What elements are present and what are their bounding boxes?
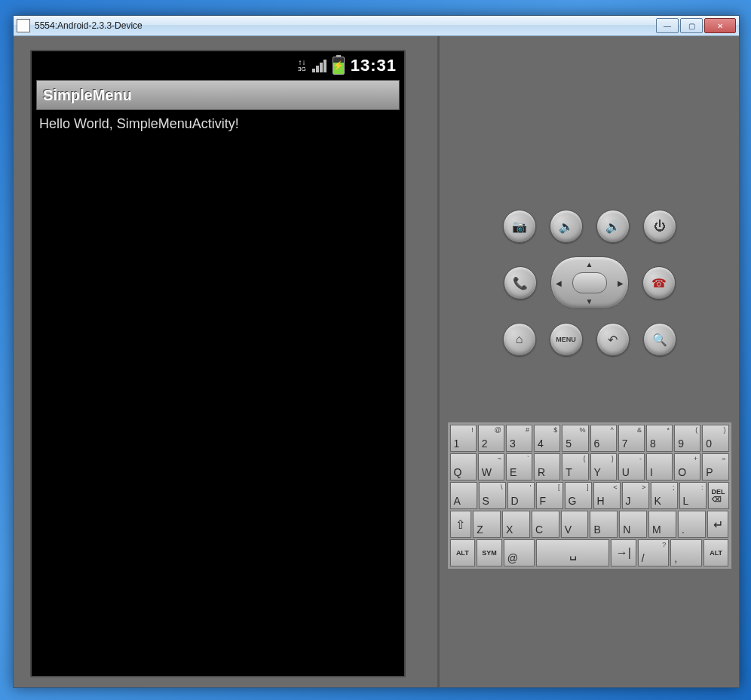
key-d[interactable]: D': [507, 482, 535, 509]
key-6[interactable]: 6^: [590, 425, 617, 452]
key-4[interactable]: 4$: [534, 425, 560, 452]
status-bar: ↑↓ 3G ⚡ 13:31: [32, 51, 404, 80]
key-sym[interactable]: SYM: [477, 539, 502, 566]
key-z[interactable]: Z: [473, 511, 501, 538]
call-icon: 📞: [513, 276, 528, 290]
app-title-bar: SimpleMenu: [36, 80, 400, 110]
key-p[interactable]: P=: [702, 453, 728, 480]
key-b[interactable]: B: [590, 511, 618, 538]
maximize-button[interactable]: ▢: [680, 18, 703, 33]
hello-text: Hello World, SimpleMenuActivity!: [39, 116, 239, 131]
key-q[interactable]: Q: [450, 453, 477, 480]
dpad-down-icon[interactable]: ▼: [586, 297, 593, 305]
key-7[interactable]: 7&: [618, 425, 645, 452]
key-9[interactable]: 9(: [674, 425, 700, 452]
dpad-up-icon[interactable]: ▲: [586, 260, 593, 269]
volume-down-icon: 🔈: [559, 220, 574, 234]
app-icon: [17, 19, 30, 32]
key-u[interactable]: U-: [618, 453, 645, 480]
key-alt[interactable]: ALT: [450, 539, 476, 566]
window-title: 5554:Android-2.3.3-Device: [35, 20, 656, 31]
end-call-button[interactable]: ☎: [642, 266, 676, 299]
key-v[interactable]: V: [561, 511, 589, 538]
camera-button[interactable]: 📷: [503, 210, 536, 243]
key-g[interactable]: G]: [565, 482, 592, 509]
volume-up-button[interactable]: 🔊: [596, 210, 630, 243]
key-o[interactable]: O+: [674, 453, 700, 480]
dpad-left-icon[interactable]: ◀: [556, 279, 562, 287]
titlebar[interactable]: 5554:Android-2.3.3-Device — ▢ ✕: [14, 16, 739, 36]
key-n[interactable]: N: [619, 511, 647, 538]
dpad-right-icon[interactable]: ▶: [618, 279, 624, 287]
status-clock: 13:31: [351, 56, 397, 75]
key-c[interactable]: C: [532, 511, 559, 538]
key-f[interactable]: F[: [536, 482, 563, 509]
key-h[interactable]: H<: [593, 482, 621, 509]
hardware-control-pane: 📷 🔈 🔊 ⏻ 📞 ▲ ▼ ◀ ▶ ☎: [437, 36, 739, 687]
call-button[interactable]: 📞: [504, 266, 537, 299]
key-space[interactable]: ␣: [536, 539, 609, 566]
menu-button[interactable]: MENU: [550, 323, 583, 356]
back-icon: ↶: [608, 333, 618, 347]
key-s[interactable]: S\: [479, 482, 506, 509]
key-0[interactable]: 0): [702, 425, 728, 452]
key-3[interactable]: 3#: [506, 425, 532, 452]
hardware-keyboard: 1!2@3#4$5%6^7&8*9(0) QW~E`RT{Y}U-IO+P= A…: [448, 422, 731, 569]
key-del[interactable]: DEL⌫: [708, 482, 729, 509]
key-r[interactable]: R: [534, 453, 560, 480]
emulator-window: 5554:Android-2.3.3-Device — ▢ ✕ ↑↓ 3G ⚡ …: [13, 15, 740, 688]
dpad-center-button[interactable]: [572, 272, 607, 293]
power-icon: ⏻: [654, 220, 666, 233]
battery-charging-icon: ⚡: [333, 57, 345, 75]
search-button[interactable]: 🔍: [643, 323, 676, 356]
key-t[interactable]: T{: [562, 453, 588, 480]
key-m[interactable]: M: [648, 511, 676, 538]
key-l[interactable]: L:: [679, 482, 707, 509]
volume-down-button[interactable]: 🔈: [550, 210, 583, 243]
key-5[interactable]: 5%: [562, 425, 588, 452]
back-button[interactable]: ↶: [596, 323, 630, 356]
home-button[interactable]: ⌂: [503, 323, 536, 356]
power-button[interactable]: ⏻: [643, 210, 676, 243]
network-3g-icon: ↑↓ 3G: [298, 60, 306, 72]
key-.[interactable]: .: [678, 511, 706, 538]
key-y[interactable]: Y}: [590, 453, 617, 480]
end-call-icon: ☎: [651, 276, 667, 290]
home-icon: ⌂: [516, 333, 523, 346]
dpad[interactable]: ▲ ▼ ◀ ▶: [550, 256, 629, 309]
key-shift[interactable]: ⇧: [450, 511, 472, 538]
key-slash[interactable]: /?: [638, 539, 670, 566]
key-w[interactable]: W~: [478, 453, 504, 480]
search-icon: 🔍: [652, 333, 667, 347]
key-enter[interactable]: ↵: [707, 511, 729, 538]
key-j[interactable]: J>: [622, 482, 649, 509]
key-k[interactable]: K;: [651, 482, 678, 509]
key-2[interactable]: 2@: [478, 425, 504, 452]
minimize-button[interactable]: —: [656, 18, 679, 33]
close-button[interactable]: ✕: [704, 18, 736, 33]
device-screen[interactable]: ↑↓ 3G ⚡ 13:31 SimpleMenu Hello World, Si…: [30, 50, 406, 677]
key-x[interactable]: X: [502, 511, 530, 538]
app-title: SimpleMenu: [43, 87, 132, 104]
key-a[interactable]: A: [450, 482, 477, 509]
key-e[interactable]: E`: [506, 453, 532, 480]
volume-up-icon: 🔊: [605, 220, 621, 234]
key-8[interactable]: 8*: [646, 425, 673, 452]
app-content: Hello World, SimpleMenuActivity!: [32, 110, 404, 138]
device-screen-pane: ↑↓ 3G ⚡ 13:31 SimpleMenu Hello World, Si…: [14, 36, 437, 687]
menu-label: MENU: [556, 336, 576, 343]
key-at[interactable]: @: [504, 539, 535, 566]
camera-icon: 📷: [512, 220, 527, 234]
key-comma[interactable]: ,: [670, 539, 702, 566]
key-tab[interactable]: →|: [611, 539, 636, 566]
key-alt-right[interactable]: ALT: [703, 539, 729, 566]
signal-bars-icon: [312, 59, 326, 72]
key-i[interactable]: I: [646, 453, 673, 480]
key-1[interactable]: 1!: [450, 425, 477, 452]
